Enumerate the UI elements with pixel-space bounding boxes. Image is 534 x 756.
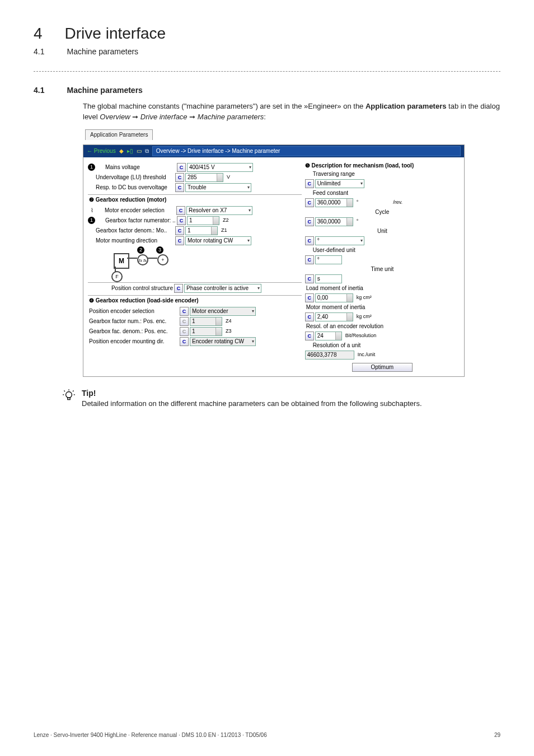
mains-voltage-label: Mains voltage xyxy=(97,164,176,171)
feed-unit: ° xyxy=(357,199,359,206)
motor-encoder-select[interactable]: Resolver on X7 xyxy=(186,206,252,215)
screenshot-container: Application Parameters ← Previous ◆ ▸▯ ▭… xyxy=(83,129,500,377)
gearbox-num-label: Gearbox factor numerator: .. xyxy=(97,217,176,225)
gearbox-num-unit: Z2 xyxy=(223,217,229,224)
gearbox-posnum-label: Gearbox factor num.: Pos. enc. xyxy=(88,318,179,325)
timeunit-input[interactable]: s xyxy=(315,274,342,283)
cycle-input[interactable]: 360,0000 xyxy=(315,217,353,226)
unit-res-unit: Inc./unit xyxy=(358,351,376,358)
breadcrumb-bar: ← Previous ◆ ▸▯ ▭ ⧉ Overview -> Drive in… xyxy=(83,145,464,157)
loadinertia-unit: kg cm² xyxy=(357,294,372,301)
tab-application-parameters[interactable]: Application Parameters xyxy=(85,129,153,140)
unit-res-value: 46603,3778 xyxy=(305,351,354,360)
marker-1: 1 xyxy=(88,164,95,171)
breadcrumb-path: Overview -> Drive interface -> Machine p… xyxy=(152,146,461,156)
loadinertia-label: Load moment of inertia xyxy=(306,284,460,292)
gearbox-posnum-unit: Z4 xyxy=(226,318,232,325)
c-button[interactable]: C xyxy=(175,236,184,245)
subsection-title: Machine parameters xyxy=(67,46,138,58)
gearbox-posden-unit: Z3 xyxy=(226,328,232,335)
loadinertia-input[interactable]: 0,00 xyxy=(315,293,353,302)
motor-mounting-select[interactable]: Motor rotating CW xyxy=(185,236,251,245)
feed-input[interactable]: 360,0000 xyxy=(315,198,353,207)
gearbox-posden-input[interactable]: 1 xyxy=(190,327,222,336)
feed-suffix: /rev. xyxy=(393,199,402,206)
unit-label: Unit xyxy=(305,227,460,235)
c-button[interactable]: C xyxy=(180,337,189,346)
position-control-select[interactable]: Phase controller is active xyxy=(184,284,261,293)
lightbulb-icon xyxy=(62,388,76,403)
undervoltage-label: Undervoltage (LU) threshold xyxy=(88,174,174,181)
motorinertia-label: Motor moment of inertia xyxy=(306,304,460,311)
c-button[interactable]: C xyxy=(177,216,186,225)
nav-up-icon[interactable]: ◆ xyxy=(119,147,124,155)
encoder-res-label: Resol. of an encoder revolution xyxy=(306,323,460,330)
unit-res-label: Resolution of a unit xyxy=(313,342,460,349)
chapter-title: Drive interface xyxy=(65,22,166,44)
cycle-label: Cycle xyxy=(305,208,460,216)
c-button[interactable]: C xyxy=(175,173,184,182)
c-button[interactable]: C xyxy=(305,198,314,207)
tip-heading: Tip! xyxy=(82,388,422,399)
c-button[interactable]: C xyxy=(180,317,189,326)
c-button[interactable]: C xyxy=(175,226,184,235)
kinematics-diagram: 2 3 M z₂ z₁ + F xyxy=(89,246,301,280)
c-button[interactable]: C xyxy=(305,179,314,188)
c-button[interactable]: C xyxy=(305,332,314,340)
posenc-sel-label: Position encoder selection xyxy=(88,307,179,315)
c-button[interactable]: C xyxy=(305,255,314,264)
c-button[interactable]: C xyxy=(174,284,183,293)
c-button[interactable]: C xyxy=(177,163,186,172)
undervoltage-unit: V xyxy=(227,174,230,181)
tip-body: Detailed information on the different ma… xyxy=(82,399,422,409)
motorinertia-input[interactable]: 2,40 xyxy=(315,312,353,321)
c-button[interactable]: C xyxy=(180,307,189,316)
posenc-sel-select[interactable]: Motor encoder xyxy=(190,307,256,316)
prev-button[interactable]: ← Previous xyxy=(87,147,116,155)
optimum-button[interactable]: Optimum xyxy=(352,363,413,372)
encoder-res-input[interactable]: 24 xyxy=(315,332,342,340)
position-control-label: Position control structure xyxy=(88,284,173,292)
traversing-label: Traversing range xyxy=(313,170,460,178)
diagram-gear-icon: z₂ z₁ xyxy=(137,254,148,265)
c-button[interactable]: C xyxy=(305,217,314,226)
posenc-mount-select[interactable]: Encoder rotating CW xyxy=(190,337,256,346)
mains-voltage-select[interactable]: 400/415 V xyxy=(187,163,253,172)
section-title: Machine parameters xyxy=(67,85,142,96)
c-button[interactable]: C xyxy=(305,293,314,302)
gearbox-num-input[interactable]: 1 xyxy=(187,216,219,225)
nav-next-icon[interactable]: ▭ xyxy=(137,147,142,155)
dc-overvoltage-label: Resp. to DC bus overvoltage xyxy=(88,184,174,192)
diagram-motor-icon: M xyxy=(114,253,129,269)
dc-overvoltage-select[interactable]: Trouble xyxy=(185,183,251,192)
encoder-res-unit: Bit/Resolution xyxy=(345,332,377,339)
c-button[interactable]: C xyxy=(180,327,189,336)
c-button[interactable]: C xyxy=(305,312,314,321)
c-button[interactable]: C xyxy=(305,236,314,245)
marker-3: 3 xyxy=(156,246,163,254)
mechanism-header: ❺ Description for mechanism (load, tool) xyxy=(305,162,460,170)
gearbox-posden-label: Gearbox fac. denom.: Pos. enc. xyxy=(88,328,179,335)
svg-point-0 xyxy=(66,391,72,398)
marker-1b: 1 xyxy=(88,217,95,224)
undervoltage-input[interactable]: 285 xyxy=(185,173,223,182)
traversing-select[interactable]: Unlimited xyxy=(315,179,364,188)
userunit-label: User-defined unit xyxy=(313,246,460,254)
c-button[interactable]: C xyxy=(305,274,314,283)
unit-select[interactable]: ° xyxy=(315,236,364,245)
gearbox-den-input[interactable]: 1 xyxy=(185,226,218,235)
feed-label: Feed constant xyxy=(313,189,460,197)
userunit-input[interactable]: ° xyxy=(315,255,342,264)
c-button[interactable]: C xyxy=(176,206,185,215)
chapter-number: 4 xyxy=(34,22,43,44)
gearbox-load-header: ❹ Gearbox reduction (load-side encoder) xyxy=(88,295,302,306)
gearbox-den-unit: Z1 xyxy=(221,227,227,234)
gearbox-posnum-input[interactable]: 1 xyxy=(190,317,222,326)
nav-popup-icon[interactable]: ⧉ xyxy=(145,147,149,155)
c-button[interactable]: C xyxy=(175,183,184,192)
motor-mounting-label: Motor mounting direction xyxy=(88,237,174,245)
gearbox-den-label: Gearbox factor denom.: Mo.. xyxy=(88,227,174,235)
nav-prev-icon[interactable]: ▸▯ xyxy=(127,147,133,155)
posenc-mount-label: Position encoder mounting dir. xyxy=(88,338,179,346)
gearbox-motor-header: ❷ Gearbox reduction (motor) xyxy=(88,194,302,205)
